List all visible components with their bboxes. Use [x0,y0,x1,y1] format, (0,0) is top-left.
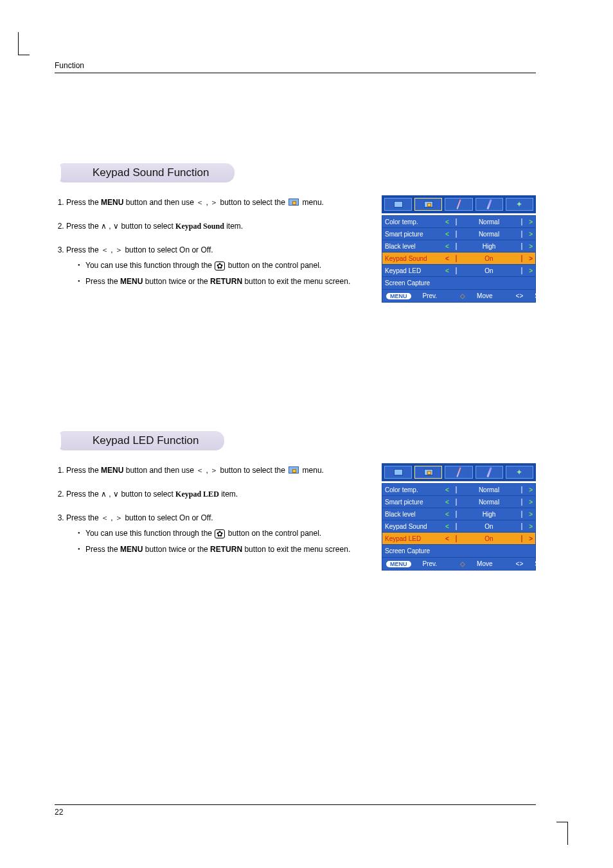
page-content: Function Keypad Sound FunctionPress the … [55,61,536,791]
picture-icon [424,201,433,208]
menu-pill[interactable]: MENU [386,561,411,567]
left-arrow-icon[interactable]: < [445,523,449,530]
right-arrow-icon[interactable]: > [529,243,533,250]
section-heading-led: Keypad LED Function [55,431,224,450]
picture-menu-icon [289,199,299,206]
osd-row-screen-capture[interactable]: Screen Capture [382,545,535,557]
left-arrow-icon[interactable]: < [445,535,449,542]
osd-row-label: Black level [385,243,441,250]
right-arrow-icon[interactable]: > [529,255,533,262]
osd-row-value: On [456,255,522,262]
osd-tab-2[interactable] [414,198,442,211]
footer-select-label: Select [535,560,553,567]
osd-tab-4[interactable] [475,466,503,479]
osd-row-smart-picture[interactable]: Smart picture<Normal> [382,496,535,508]
osd-row-value: Normal [456,486,522,493]
leftright-icon: <> [516,560,524,567]
left-arrow-icon[interactable]: < [445,218,449,226]
osd-footer: MENUPrev.◇Move<> Select [382,558,536,571]
footer-prev-label: Prev. [423,560,438,567]
osd-row-smart-picture[interactable]: Smart picture<Normal> [382,228,535,240]
osd-row-label: Keypad Sound [385,523,441,530]
brush-icon [456,467,461,477]
greater-than-icon: ＞ [210,195,218,210]
osd-row-label: Keypad LED [385,535,441,542]
updown-icon: ◇ [460,292,465,299]
left-arrow-icon[interactable]: < [445,255,449,262]
step-3: Press the ＜ , ＞ button to select On or O… [66,243,370,289]
osd-row-value: Normal [456,231,522,238]
osd-row-keypad-led[interactable]: Keypad LED<On> [382,265,535,277]
greater-than-icon: ＞ [210,463,218,478]
osd-row-value: Normal [456,499,522,506]
osd-tab-1[interactable] [384,466,412,479]
osd-row-keypad-sound[interactable]: Keypad Sound<On> [382,520,535,533]
osd-row-value: Normal [456,218,522,226]
osd-row-label: Smart picture [385,499,441,506]
down-icon: ∨ [113,219,119,234]
osd-row-keypad-led[interactable]: Keypad LED<On> [382,533,535,545]
osd-row-black-level[interactable]: Black level<High> [382,240,535,252]
right-arrow-icon[interactable]: > [529,267,533,274]
osd-tab-1[interactable] [384,198,412,211]
brush2-icon [486,199,492,209]
right-arrow-icon[interactable]: > [529,218,533,226]
brush-icon [456,199,461,209]
left-arrow-icon[interactable]: < [445,499,449,506]
updown-icon: ◇ [460,560,465,567]
sparkle-icon: ✦ [516,468,522,477]
footer-move-label: Move [477,292,492,299]
osd-tabs: ✦ [382,195,536,213]
osd-row-color-temp[interactable]: Color temp.<Normal> [382,216,535,228]
left-arrow-icon[interactable]: < [445,231,449,238]
osd-tab-3[interactable] [445,198,472,211]
sparkle-icon: ✦ [516,200,522,209]
left-arrow-icon[interactable]: < [445,243,449,250]
osd-row-label: Black level [385,511,441,518]
left-arrow-icon[interactable]: < [445,511,449,518]
osd-row-black-level[interactable]: Black level<High> [382,508,535,520]
left-arrow-icon[interactable]: < [445,486,449,493]
greater-than-icon: ＞ [115,243,123,258]
osd-row-value: On [456,535,522,542]
osd-footer: MENUPrev.◇Move<> Select [382,290,536,303]
osd-row-label: Keypad LED [385,267,441,274]
osd-row-screen-capture[interactable]: Screen Capture [382,277,535,289]
step-1: Press the MENU button and then use ＜ , ＞… [66,463,370,478]
step-3-note-2: Press the MENU button twice or the RETUR… [80,274,370,289]
osd-row-color-temp[interactable]: Color temp.<Normal> [382,484,535,496]
right-arrow-icon[interactable]: > [529,511,533,518]
right-arrow-icon[interactable]: > [529,499,533,506]
left-arrow-icon[interactable]: < [445,267,449,274]
picture-menu-icon [289,466,299,474]
osd-tab-2[interactable] [414,466,442,479]
right-arrow-icon[interactable]: > [529,535,533,542]
crop-mark-bottom-right [556,822,568,845]
osd-tab-5[interactable]: ✦ [506,466,533,479]
osd-tab-3[interactable] [445,466,472,479]
step-2: Press the ∧ , ∨ button to select Keypad … [66,219,370,234]
right-arrow-icon[interactable]: > [529,231,533,238]
osd-row-value: High [456,511,522,518]
less-than-icon: ＜ [196,463,204,478]
up-icon: ∧ [101,219,107,234]
right-arrow-icon[interactable]: > [529,523,533,530]
osd-row-label: Smart picture [385,231,441,238]
osd-row-label: Color temp. [385,486,441,493]
picture-icon [424,469,433,475]
step-3-note-2: Press the MENU button twice or the RETUR… [80,542,370,557]
instructions-sound: Press the MENU button and then use ＜ , ＞… [55,195,370,298]
section-heading-sound: Keypad Sound Function [55,163,235,182]
osd-rows: Color temp.<Normal>Smart picture<Normal>… [382,483,536,558]
screen-icon [394,469,403,475]
menu-pill[interactable]: MENU [386,293,411,299]
osd-row-keypad-sound[interactable]: Keypad Sound<On> [382,252,535,265]
footer-prev-label: Prev. [423,292,438,299]
osd-tab-5[interactable]: ✦ [506,198,533,211]
step-3: Press the ＜ , ＞ button to select On or O… [66,511,370,557]
right-arrow-icon[interactable]: > [529,486,533,493]
quick-button-icon: ✿ [215,529,225,538]
footer-select-label: Select [535,292,553,299]
osd-tab-4[interactable] [475,198,503,211]
osd-menu-led: ✦Color temp.<Normal>Smart picture<Normal… [382,463,536,571]
